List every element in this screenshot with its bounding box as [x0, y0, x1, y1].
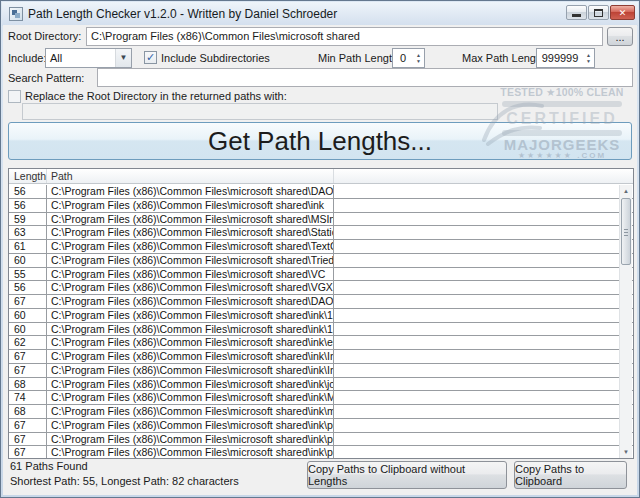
table-row[interactable]: 62C:\Program Files (x86)\Common Files\mi… — [9, 336, 633, 350]
spinner-down-icon[interactable]: ▼ — [586, 59, 591, 64]
min-path-length-stepper[interactable]: 0 ▲ ▼ — [392, 48, 425, 68]
cell-length: 67 — [9, 295, 47, 308]
cell-filler — [334, 281, 633, 294]
cell-filler — [334, 336, 633, 349]
copy-paths-to-clipboard-button[interactable]: Copy Paths to Clipboard — [514, 461, 627, 489]
include-dropdown[interactable]: All ▼ — [45, 48, 132, 68]
vertical-scrollbar[interactable]: ▲ ▼ — [619, 185, 632, 458]
results-table[interactable]: Length Path 56C:\Program Files (x86)\Com… — [8, 168, 634, 459]
cell-filler — [334, 350, 633, 363]
cell-path: C:\Program Files (x86)\Common Files\micr… — [47, 309, 334, 322]
cell-length: 56 — [9, 185, 47, 198]
cell-path: C:\Program Files (x86)\Common Files\micr… — [47, 336, 334, 349]
cell-length: 60 — [9, 309, 47, 322]
cell-filler — [334, 226, 633, 239]
cell-length: 68 — [9, 378, 47, 391]
table-row[interactable]: 68C:\Program Files (x86)\Common Files\mi… — [9, 378, 633, 392]
paths-found-status: 61 Paths Found — [10, 460, 88, 472]
table-row[interactable]: 74C:\Program Files (x86)\Common Files\mi… — [9, 391, 633, 405]
cell-path: C:\Program Files (x86)\Common Files\micr… — [47, 378, 334, 391]
cell-length: 55 — [9, 268, 47, 281]
title-bar[interactable]: Path Length Checker v1.2.0 - Written by … — [2, 2, 638, 26]
cell-path: C:\Program Files (x86)\Common Files\micr… — [47, 185, 334, 198]
root-directory-input[interactable]: C:\Program Files (x86)\Common Files\micr… — [86, 27, 603, 46]
cell-length: 61 — [9, 240, 47, 253]
get-path-lengths-button[interactable]: Get Path Lengths... — [8, 122, 632, 160]
table-row[interactable]: 55C:\Program Files (x86)\Common Files\mi… — [9, 268, 633, 282]
spinner-up-icon[interactable]: ▲ — [416, 53, 421, 58]
min-path-length-value: 0 — [393, 52, 413, 64]
cell-length: 56 — [9, 281, 47, 294]
table-row[interactable]: 67C:\Program Files (x86)\Common Files\mi… — [9, 350, 633, 364]
table-row[interactable]: 56C:\Program Files (x86)\Common Files\mi… — [9, 281, 633, 295]
column-header-filler — [334, 169, 633, 183]
window-title: Path Length Checker v1.2.0 - Written by … — [28, 7, 337, 21]
table-row[interactable]: 67C:\Program Files (x86)\Common Files\mi… — [9, 364, 633, 378]
table-row[interactable]: 67C:\Program Files (x86)\Common Files\mi… — [9, 446, 633, 459]
cell-filler — [334, 433, 633, 446]
browse-button[interactable]: ... — [607, 27, 633, 46]
table-row[interactable]: 60C:\Program Files (x86)\Common Files\mi… — [9, 254, 633, 268]
table-row[interactable]: 67C:\Program Files (x86)\Common Files\mi… — [9, 295, 633, 309]
cell-length: 67 — [9, 350, 47, 363]
cell-filler — [334, 254, 633, 267]
include-label: Include: — [8, 52, 47, 64]
root-directory-label: Root Directory: — [8, 30, 81, 42]
table-row[interactable]: 60C:\Program Files (x86)\Common Files\mi… — [9, 309, 633, 323]
spinner-up-icon[interactable]: ▲ — [586, 53, 591, 58]
replace-root-directory-checkbox[interactable] — [8, 90, 21, 103]
replace-root-directory-label: Replace the Root Directory in the return… — [25, 90, 287, 102]
scrollbar-thumb[interactable] — [621, 198, 631, 265]
max-path-length-stepper[interactable]: 999999 ▲ ▼ — [536, 48, 595, 68]
cell-length: 67 — [9, 433, 47, 446]
scroll-down-icon[interactable]: ▼ — [620, 446, 632, 458]
close-button[interactable]: ✕ — [610, 5, 635, 20]
include-subdirectories-checkbox[interactable]: ✓ — [144, 51, 157, 64]
replace-root-directory-input[interactable] — [22, 103, 498, 120]
cell-path: C:\Program Files (x86)\Common Files\micr… — [47, 446, 334, 459]
minimize-button[interactable] — [566, 5, 587, 20]
table-row[interactable]: 60C:\Program Files (x86)\Common Files\mi… — [9, 323, 633, 337]
cell-path: C:\Program Files (x86)\Common Files\micr… — [47, 350, 334, 363]
chevron-down-icon: ▼ — [115, 49, 131, 67]
cell-path: C:\Program Files (x86)\Common Files\micr… — [47, 295, 334, 308]
search-pattern-input[interactable] — [97, 68, 633, 87]
cell-path: C:\Program Files (x86)\Common Files\micr… — [47, 240, 334, 253]
cell-path: C:\Program Files (x86)\Common Files\micr… — [47, 419, 334, 432]
table-row[interactable]: 56C:\Program Files (x86)\Common Files\mi… — [9, 185, 633, 199]
table-row[interactable]: 63C:\Program Files (x86)\Common Files\mi… — [9, 226, 633, 240]
table-row[interactable]: 59C:\Program Files (x86)\Common Files\mi… — [9, 213, 633, 227]
copy-paths-without-lengths-button[interactable]: Copy Paths to Clipboard without Lengths — [307, 461, 507, 489]
table-row[interactable]: 56C:\Program Files (x86)\Common Files\mi… — [9, 199, 633, 213]
cell-length: 60 — [9, 323, 47, 336]
results-rows: 56C:\Program Files (x86)\Common Files\mi… — [9, 185, 633, 458]
cell-filler — [334, 268, 633, 281]
search-pattern-label: Search Pattern: — [8, 72, 84, 84]
table-header-row: Length Path — [9, 169, 633, 184]
cell-length: 67 — [9, 419, 47, 432]
cell-path: C:\Program Files (x86)\Common Files\micr… — [47, 281, 334, 294]
table-row[interactable]: 67C:\Program Files (x86)\Common Files\mi… — [9, 419, 633, 433]
scroll-up-icon[interactable]: ▲ — [620, 185, 632, 197]
cell-filler — [334, 446, 633, 459]
cell-path: C:\Program Files (x86)\Common Files\micr… — [47, 226, 334, 239]
cell-length: 60 — [9, 254, 47, 267]
table-row[interactable]: 68C:\Program Files (x86)\Common Files\mi… — [9, 405, 633, 419]
cell-filler — [334, 199, 633, 212]
table-row[interactable]: 67C:\Program Files (x86)\Common Files\mi… — [9, 433, 633, 447]
cell-filler — [334, 364, 633, 377]
cell-path: C:\Program Files (x86)\Common Files\micr… — [47, 199, 334, 212]
maximize-button[interactable] — [588, 5, 609, 20]
cell-length: 74 — [9, 391, 47, 404]
column-header-path[interactable]: Path — [47, 169, 334, 183]
cell-filler — [334, 309, 633, 322]
cell-filler — [334, 419, 633, 432]
minimize-icon — [572, 14, 581, 17]
cell-length: 67 — [9, 446, 47, 459]
max-path-length-value: 999999 — [537, 52, 583, 64]
spinner-down-icon[interactable]: ▼ — [416, 59, 421, 64]
cell-path: C:\Program Files (x86)\Common Files\micr… — [47, 254, 334, 267]
column-header-length[interactable]: Length — [9, 169, 47, 183]
table-row[interactable]: 61C:\Program Files (x86)\Common Files\mi… — [9, 240, 633, 254]
cell-path: C:\Program Files (x86)\Common Files\micr… — [47, 364, 334, 377]
